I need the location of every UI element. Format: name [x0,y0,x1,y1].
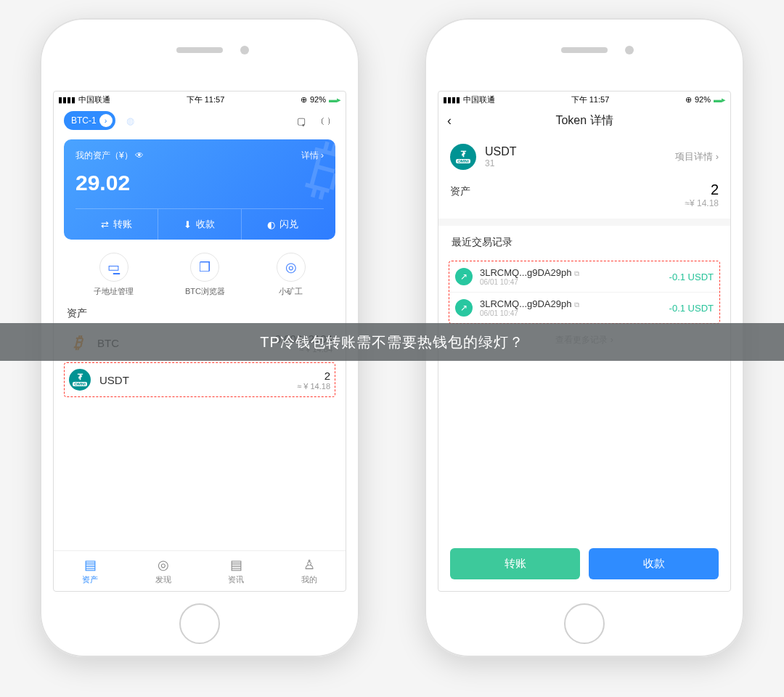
tx-section-label: 最近交易记录 [438,226,730,253]
eye-icon[interactable]: 👁 [135,150,144,160]
tool-miner[interactable]: ◎ 小矿工 [277,253,306,297]
phone-camera [240,46,249,54]
tx-amount: -0.1 USDT [669,303,714,314]
outflow-icon: ↗ [455,299,473,317]
balance-amount: 29.02 [75,171,324,195]
alarm-icon: ⊕ [301,95,307,105]
assets-section-label: 资产 [54,300,346,325]
photo-icon[interactable]: ▢̥ [292,111,311,130]
balance-subvalue: ≈¥ 14.18 [685,198,719,208]
bottom-actions: 转账 收款 [438,539,730,591]
tx-highlight-box: ↗ 3LRCMQ...g9DA29ph⧉ 06/01 10:47 -0.1 US… [449,261,720,324]
status-bar: ▮▮▮▮ 中国联通 下午 11:57 ⊕ 92% ▬▸ [438,91,730,106]
token-header: ₮OMNI USDT 31 项目详情 › [438,135,730,179]
tools-row: ▭̲ 子地址管理 ❒ BTC浏览器 ◎ 小矿工 [54,247,346,300]
project-details-link[interactable]: 项目详情 › [675,150,719,163]
tx-time: 06/01 10:47 [480,278,579,286]
home-button[interactable] [179,603,220,644]
token-count: 31 [485,158,666,168]
swap-button[interactable]: ◐闪兑 [242,209,324,240]
carrier-label: 中国联通 [78,94,110,105]
signal-icon: ▮▮▮▮ [58,95,75,105]
balance-row: 资产 2 ≈¥ 14.18 [438,179,730,226]
caption-overlay: TP冷钱包转账需不需要热钱包的绿灯？ [0,323,784,361]
battery-icon: ▬▸ [714,95,726,105]
tx-time: 06/01 10:47 [480,309,579,317]
status-time: 下午 11:57 [571,94,610,105]
balance-card: ₿ 我的资产（¥） 👁 详情 › 29.02 ⇄转账 ⬇收款 ◐闪兑 [64,139,335,240]
chevron-right-icon: › [99,114,113,127]
battery-icon: ▬▸ [329,95,341,105]
tool-subaddress[interactable]: ▭̲ 子地址管理 [94,253,134,297]
cube-icon: ❒ [199,259,211,275]
flash-icon: ◐ [267,219,275,230]
phone-speaker [561,47,608,53]
wallet-selector[interactable]: BTC-1 › [64,111,115,130]
tab-assets[interactable]: ▤资产 [54,551,127,591]
tx-address: 3LRCMQ...g9DA29ph [480,267,571,278]
navbar: ‹ Token 详情 [438,106,730,135]
page-title: Token 详情 [555,113,613,129]
wallet-icon: ▭̲ [107,259,120,275]
details-link[interactable]: 详情 › [301,150,324,162]
outflow-icon: ↗ [455,268,473,285]
tab-news[interactable]: ▤资讯 [200,551,273,591]
asset-value: 2 [297,370,330,382]
camera-icon: ◎ [285,259,297,275]
signal-icon: ▮▮▮▮ [443,95,460,105]
download-icon: ⬇ [184,219,192,230]
status-time: 下午 11:57 [187,94,225,105]
tool-explorer[interactable]: ❒ BTC浏览器 [185,253,225,297]
asset-row-usdt[interactable]: ₮OMNI USDT 2 ≈ ¥ 14.18 [64,362,335,397]
phone-speaker [176,47,223,53]
home-button[interactable] [564,603,605,644]
transfer-button[interactable]: ⇄转账 [75,209,158,240]
assets-icon: ▤ [54,557,127,573]
battery-percent: 92% [695,95,711,104]
phone-camera [625,46,634,54]
receive-button[interactable]: ⬇收款 [158,209,241,240]
battery-percent: 92% [310,95,326,104]
transfer-button[interactable]: 转账 [450,548,580,579]
wallet-selector-label: BTC-1 [71,115,97,126]
copy-icon[interactable]: ⧉ [574,269,579,277]
alarm-icon: ⊕ [685,95,692,105]
swap-icon: ⇄ [101,219,109,230]
usdt-icon: ₮OMNI [69,369,91,391]
status-bar: ▮▮▮▮ 中国联通 下午 11:57 ⊕ 92% ▬▸ [54,91,346,106]
bottom-tabbar: ▤资产 ◎发现 ▤资讯 ♙我的 [54,550,346,591]
asset-subvalue: ≈ ¥ 14.18 [297,382,330,391]
news-icon: ▤ [200,557,273,573]
tab-discover[interactable]: ◎发现 [127,551,200,591]
profile-icon: ♙ [273,557,346,573]
caption-text: TP冷钱包转账需不需要热钱包的绿灯？ [260,333,524,352]
tx-address: 3LRCMQ...g9DA29ph [480,298,571,309]
sync-icon[interactable]: ◍ [121,111,140,130]
balance-value: 2 [685,182,719,198]
scan-icon[interactable]: ⟮ ⟯ [317,111,335,130]
tx-row[interactable]: ↗ 3LRCMQ...g9DA29ph⧉ 06/01 10:47 -0.1 US… [449,261,719,293]
tx-amount: -0.1 USDT [669,272,714,282]
carrier-label: 中国联通 [463,94,495,105]
back-button[interactable]: ‹ [447,113,452,129]
usdt-icon: ₮OMNI [450,144,476,170]
token-name: USDT [485,145,666,158]
asset-name: USDT [99,374,129,386]
tab-me[interactable]: ♙我的 [273,551,346,591]
balance-label: 资产 [450,185,470,198]
tx-row[interactable]: ↗ 3LRCMQ...g9DA29ph⧉ 06/01 10:47 -0.1 US… [449,293,719,323]
balance-title: 我的资产（¥） [75,150,133,160]
top-bar: BTC-1 › ◍ ▢̥ ⟮ ⟯ [54,106,346,135]
compass-icon: ◎ [127,557,200,573]
copy-icon[interactable]: ⧉ [574,301,579,309]
receive-button[interactable]: 收款 [589,548,719,579]
